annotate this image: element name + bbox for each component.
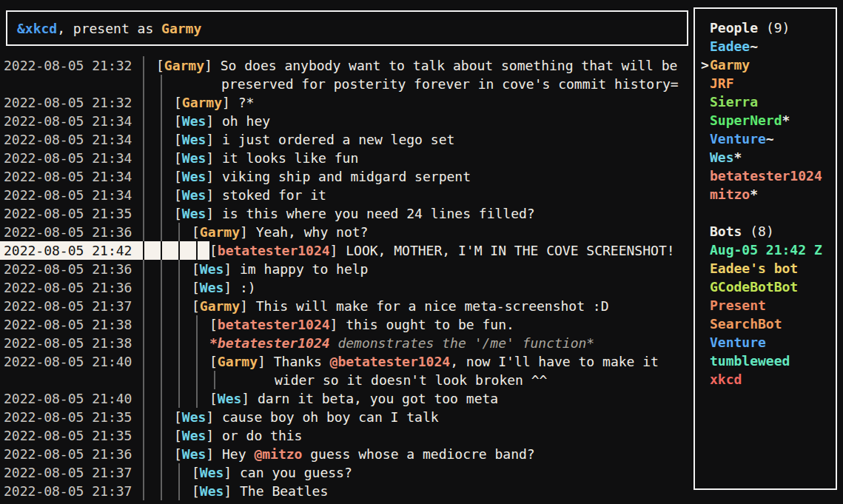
timestamp: 2022-08-05 21:34 (0, 130, 144, 149)
message-segment: ] is this where you need 24 lines filled… (206, 206, 534, 221)
bot-list-item[interactable]: Present (695, 296, 836, 315)
chat-app: &xkcd, present as Garmy 2022-08-05 21:32… (0, 0, 843, 504)
chat-row[interactable]: preserved for posterity forever in cove'… (0, 75, 693, 93)
bot-list-item[interactable]: SearchBot (695, 315, 836, 333)
chat-row[interactable]: 2022-08-05 21:36[Wes] Hey @mitzo guess w… (0, 445, 693, 463)
nickname: betatester1024 (218, 243, 330, 258)
user-list-item[interactable]: >Garmy (695, 56, 836, 74)
channel-name[interactable]: &xkcd (17, 21, 57, 36)
chat-row[interactable]: 2022-08-05 21:35[Wes] cause boy oh boy c… (0, 408, 693, 426)
gutter-pad (198, 334, 209, 352)
message-continuation: preserved for posterity forever in cove'… (221, 75, 679, 93)
thread-line (144, 297, 162, 315)
username: tumbleweed (710, 353, 790, 369)
chat-row[interactable]: 2022-08-05 21:37[Garmy] This will make f… (0, 297, 693, 315)
gutter-pad (162, 204, 174, 223)
message-segment: ] LOOK, MOTHER, I'M IN THE COVE SCREENSH… (330, 243, 675, 258)
bot-list-item[interactable]: Eadee's bot (695, 259, 836, 278)
marker-slot (701, 352, 710, 370)
message-segment: guess whose a mediocre band? (302, 446, 534, 462)
chat-row[interactable]: 2022-08-05 21:37[Wes] The Beatles (0, 482, 693, 500)
chat-row[interactable]: 2022-08-05 21:34[Wes] viking ship and mi… (0, 167, 693, 186)
nickname: Wes (200, 280, 224, 295)
message-segment: ] i just ordered a new lego set (206, 132, 454, 147)
chat-row[interactable]: 2022-08-05 21:38[betatester1024] this ou… (0, 315, 693, 334)
thread-line (144, 260, 162, 278)
thread-line (144, 204, 162, 223)
chat-row[interactable]: 2022-08-05 21:36[Garmy] Yeah, why not? (0, 223, 693, 241)
chat-row[interactable]: 2022-08-05 21:32[Garmy] ?* (0, 93, 693, 112)
bot-list-item[interactable]: xkcd (695, 370, 836, 389)
chat-row[interactable]: 2022-08-05 21:36[Wes] :) (0, 278, 693, 297)
bot-list-item[interactable]: Aug-05 21:42 Z (695, 241, 836, 259)
gutter-pad (162, 167, 174, 186)
message-segment: ] The Beatles (224, 483, 328, 499)
message-text: [Garmy] Thanks @betatester1024, now I'll… (209, 352, 659, 371)
message-segment: [ (209, 317, 218, 332)
message-segment: ] Yeah, why not? (240, 224, 368, 240)
message-text: [betatester1024] LOOK, MOTHER, I'M IN TH… (209, 241, 675, 260)
gutter-pad (198, 352, 209, 371)
user-list-item[interactable]: Sierra (695, 93, 836, 111)
thread-line (198, 371, 215, 389)
chat-row[interactable]: 2022-08-05 21:40[Wes] darn it beta, you … (0, 389, 693, 408)
message-segment: [ (209, 354, 218, 369)
action-text: demonstrates the '/me' function* (330, 335, 595, 351)
bot-list-item[interactable]: tumbleweed (695, 352, 836, 370)
bot-list-item[interactable]: GCodeBotBot (695, 278, 836, 296)
chat-row[interactable]: 2022-08-05 21:35[Wes] or do this (0, 426, 693, 445)
gutter-pad (198, 315, 209, 334)
thread-line (144, 315, 162, 334)
gutter-pad (180, 260, 192, 278)
thread-line (144, 112, 162, 130)
bots-section-header: Bots (8) (695, 222, 836, 241)
message-text: [Wes] viking ship and midgard serpent (174, 167, 471, 186)
spacer (742, 224, 750, 239)
chat-row[interactable]: 2022-08-05 21:36[Wes] im happy to help (0, 260, 693, 278)
chat-row[interactable]: 2022-08-05 21:34[Wes] oh hey (0, 112, 693, 130)
thread-line (162, 315, 180, 334)
current-nick[interactable]: Garmy (161, 21, 201, 36)
thread-line (144, 408, 162, 426)
message-text: [Wes] cause boy oh boy can I talk (174, 408, 439, 426)
user-list-item[interactable]: SuperNerd* (695, 111, 836, 130)
user-list-item[interactable]: mitzo* (695, 185, 836, 204)
user-list-item[interactable]: Eadee~ (695, 37, 836, 56)
nickname: Wes (182, 150, 206, 166)
chat-row[interactable]: 2022-08-05 21:40[Garmy] Thanks @betatest… (0, 352, 693, 371)
chat-row[interactable]: 2022-08-05 21:38*betatester1024 demonstr… (0, 334, 693, 352)
marker-slot (701, 185, 710, 204)
gutter-pad (180, 223, 192, 241)
username: Garmy (710, 57, 750, 73)
gutter-pad (162, 93, 174, 112)
message-segment: ] :) (224, 280, 255, 295)
nickname: betatester1024 (218, 317, 330, 332)
chat-row[interactable]: 2022-08-05 21:34[Wes] stoked for it (0, 186, 693, 204)
chat-row[interactable]: wider so it doesn't look broken ^^ (0, 371, 693, 389)
bot-list-item[interactable]: Venture (695, 333, 836, 352)
timestamp: 2022-08-05 21:42 (0, 241, 144, 260)
user-list-item[interactable]: betatester1024 (695, 167, 836, 185)
username: Eadee (710, 38, 750, 54)
thread-line (144, 445, 162, 463)
message-continuation: wider so it doesn't look broken ^^ (275, 371, 547, 389)
chat-row[interactable]: 2022-08-05 21:37[Wes] can you guess? (0, 463, 693, 482)
message-segment: [ (174, 187, 182, 203)
chat-row[interactable]: 2022-08-05 21:32[Garmy] So does anybody … (0, 56, 693, 75)
marker-slot (701, 315, 710, 333)
gutter-pad (162, 149, 174, 167)
nickname: Wes (182, 187, 206, 203)
user-list-item[interactable]: Venture~ (695, 130, 836, 148)
message-segment: [ (192, 261, 200, 277)
chat-row[interactable]: 2022-08-05 21:34[Wes] it looks like fun (0, 149, 693, 167)
message-segment: [ (156, 58, 164, 73)
thread-line (144, 130, 162, 149)
nickname: Garmy (200, 224, 240, 240)
username: Sierra (710, 94, 758, 110)
chat-row[interactable]: 2022-08-05 21:35[Wes] is this where you … (0, 204, 693, 223)
user-list-item[interactable]: JRF (695, 74, 836, 93)
chat-row-selected[interactable]: 2022-08-05 21:42[betatester1024] LOOK, M… (0, 241, 693, 260)
user-list-item[interactable]: Wes* (695, 148, 836, 167)
chat-row[interactable]: 2022-08-05 21:34[Wes] i just ordered a n… (0, 130, 693, 149)
nickname: Garmy (182, 95, 222, 110)
